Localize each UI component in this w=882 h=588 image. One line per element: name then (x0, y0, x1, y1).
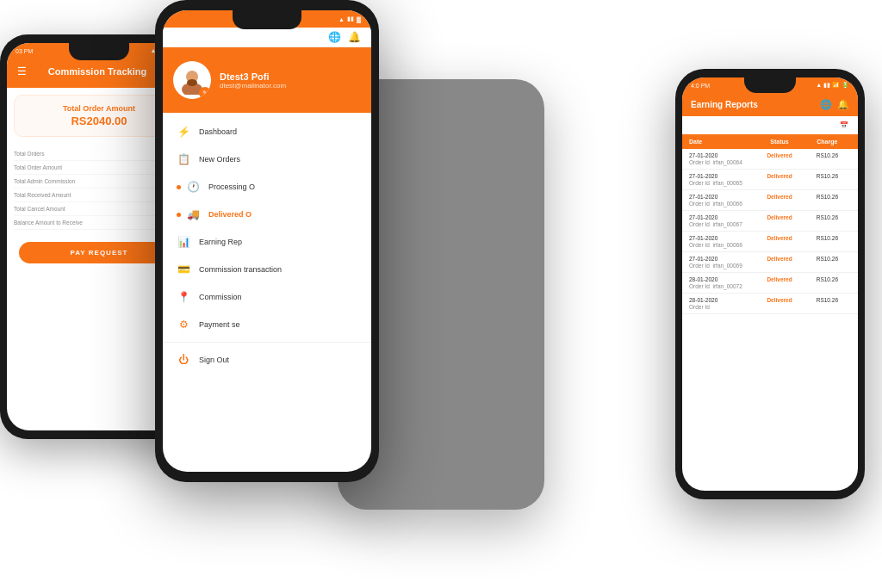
commission-icon: 📍 (177, 290, 190, 304)
menu-item-processing[interactable]: 🕐 Processing O (163, 173, 371, 201)
status-2: Delivered (755, 194, 803, 200)
commission-title: Commission Tracking (48, 66, 146, 77)
menu-item-commission[interactable]: 📍 Commission (163, 283, 371, 311)
menu-item-delivered[interactable]: 🚚 Delivered O (163, 201, 371, 228)
col-charge: Charge (804, 139, 851, 145)
processing-icon: 🕐 (186, 180, 200, 194)
menu-item-commission-transaction[interactable]: 💳 Commission transaction (163, 256, 371, 283)
earning-row-top-6: 28-01-2020 Delivered RS10.26 (682, 273, 858, 283)
menu-item-new-orders[interactable]: 📋 New Orders (163, 145, 371, 173)
calendar-row: 📅 (682, 116, 858, 134)
status-icons-mid: ▲ ▮▮ ▓ (339, 15, 361, 22)
dashboard-icon: ⚡ (177, 125, 190, 139)
date-7: 28-01-2020 (689, 297, 755, 303)
new-orders-icon: 📋 (177, 152, 190, 166)
cancel-amount-label: Total Cancel Amount (14, 206, 65, 212)
signal-icon: ▮▮ (347, 15, 354, 22)
total-order-amount-value: RS2040.00 (23, 115, 175, 127)
battery-icon: ▓ (357, 16, 361, 22)
earning-title: Earning Reports (691, 100, 758, 109)
earning-header: Earning Reports 🌐 🔔 (682, 93, 858, 116)
menu-label-earning: Earning Rep (199, 238, 242, 246)
notch-right (744, 77, 796, 93)
status-time-right: 4:0 PM (691, 83, 710, 89)
earning-row-4: 27-01-2020 Delivered RS10.26 Order Id ir… (682, 232, 858, 252)
earning-row-top-1: 27-01-2020 Delivered RS10.26 (682, 170, 858, 180)
phone-menu: ▲ ▮▮ ▓ 🌐 🔔 ✎ Dtest3 Pofi d (155, 0, 379, 482)
charge-3: RS10.26 (804, 214, 851, 220)
earning-row-top-7: 28-01-2020 Delivered RS10.26 (682, 294, 858, 304)
notch-mid (233, 10, 301, 29)
payment-icon: ⚙ (177, 318, 190, 331)
order-id-6: Order Id irfan_00072 (682, 283, 858, 293)
menu-label-payment: Payment se (199, 320, 240, 329)
earning-header-icons: 🌐 🔔 (820, 99, 849, 110)
globe-icon[interactable]: 🌐 (328, 31, 341, 43)
menu-label-new-orders: New Orders (199, 155, 240, 164)
status-4: Delivered (755, 235, 803, 241)
menu-label-delivered: Delivered O (208, 210, 252, 219)
notch-left (69, 43, 129, 60)
order-id-7: Order Id (682, 304, 858, 313)
profile-section: ✎ Dtest3 Pofi dtest@mailinator.com (163, 47, 371, 113)
phone-earning-reports: 4:0 PM ▲ ▮▮ 📶 🔋 Earning Reports 🌐 🔔 📅 Da… (675, 69, 865, 499)
menu-label-dashboard: Dashboard (199, 127, 237, 136)
menu-label-signout: Sign Out (199, 356, 229, 364)
date-4: 27-01-2020 (689, 235, 755, 241)
total-orders-label: Total Orders (14, 151, 44, 157)
menu-item-signout[interactable]: ⏻ Sign Out (163, 346, 371, 374)
menu-label-commission-transaction: Commission transaction (199, 265, 282, 274)
menu-item-earning[interactable]: 📊 Earning Rep (163, 228, 371, 256)
avatar: ✎ (173, 61, 211, 99)
balance-amount-label: Balance Amount to Receive (14, 220, 83, 226)
date-3: 27-01-2020 (689, 214, 755, 220)
menu-label-commission: Commission (199, 293, 242, 301)
status-time-left: 03 PM (16, 48, 33, 54)
bell-icon-mid[interactable]: 🔔 (348, 31, 361, 43)
svg-point-2 (187, 79, 197, 86)
menu-list: ⚡ Dashboard 📋 New Orders 🕐 Processing O … (163, 113, 371, 379)
hamburger-icon[interactable]: ☰ (17, 65, 27, 77)
menu-item-dashboard[interactable]: ⚡ Dashboard (163, 118, 371, 145)
earning-rows: 27-01-2020 Delivered RS10.26 Order Id ir… (682, 149, 858, 314)
order-id-3: Order Id irfan_00067 (682, 221, 858, 231)
status-7: Delivered (755, 297, 803, 303)
order-id-4: Order Id irfan_00068 (682, 242, 858, 251)
status-0: Delivered (755, 152, 803, 158)
charge-4: RS10.26 (804, 235, 851, 241)
delivered-icon: 🚚 (186, 207, 200, 221)
admin-commission-label: Total Admin Commission (14, 178, 75, 184)
order-id-0: Order Id irfan_00064 (682, 159, 858, 169)
order-id-5: Order Id irfan_00069 (682, 263, 858, 272)
charge-2: RS10.26 (804, 194, 851, 200)
earning-row-6: 28-01-2020 Delivered RS10.26 Order Id ir… (682, 273, 858, 294)
col-date: Date (689, 139, 755, 145)
col-status: Status (755, 139, 803, 145)
earning-row-0: 27-01-2020 Delivered RS10.26 Order Id ir… (682, 149, 858, 170)
earning-row-top-5: 27-01-2020 Delivered RS10.26 (682, 252, 858, 263)
earning-row-top-4: 27-01-2020 Delivered RS10.26 (682, 232, 858, 242)
earning-row-5: 27-01-2020 Delivered RS10.26 Order Id ir… (682, 252, 858, 273)
earning-row-7: 28-01-2020 Delivered RS10.26 Order Id (682, 294, 858, 314)
signout-icon: ⏻ (177, 353, 190, 367)
status-5: Delivered (755, 256, 803, 262)
profile-info: Dtest3 Pofi dtest@mailinator.com (220, 71, 286, 90)
globe-icon-right[interactable]: 🌐 (820, 99, 832, 110)
commission-transaction-icon: 💳 (177, 263, 190, 276)
total-order-amount-row-label: Total Order Amount (14, 164, 62, 170)
charge-7: RS10.26 (804, 297, 851, 303)
menu-item-payment[interactable]: ⚙ Payment se (163, 311, 371, 338)
phone-mid-screen: ▲ ▮▮ ▓ 🌐 🔔 ✎ Dtest3 Pofi d (163, 10, 371, 472)
menu-dot-delivered (177, 213, 181, 217)
charge-1: RS10.26 (804, 173, 851, 179)
profile-email: dtest@mailinator.com (220, 82, 286, 90)
date-6: 28-01-2020 (689, 276, 755, 282)
menu-label-processing: Processing O (208, 183, 255, 191)
calendar-icon[interactable]: 📅 (837, 120, 851, 131)
date-2: 27-01-2020 (689, 194, 755, 200)
earning-row-1: 27-01-2020 Delivered RS10.26 Order Id ir… (682, 170, 858, 190)
status-3: Delivered (755, 214, 803, 220)
charge-6: RS10.26 (804, 276, 851, 282)
earning-row-top-2: 27-01-2020 Delivered RS10.26 (682, 190, 858, 201)
bell-icon-right[interactable]: 🔔 (837, 99, 849, 110)
